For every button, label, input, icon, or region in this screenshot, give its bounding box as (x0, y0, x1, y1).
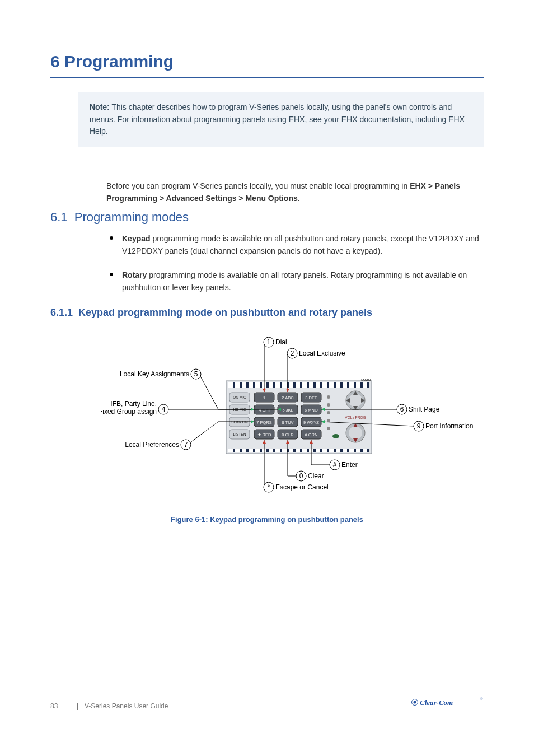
svg-text:®: ® (480, 697, 483, 701)
svg-point-80 (327, 411, 330, 414)
svg-point-83 (332, 434, 339, 438)
clearcom-logo-icon: Clear-Com ® (411, 694, 484, 710)
display-windows: MAIN (228, 378, 371, 388)
svg-rect-5 (249, 382, 253, 388)
bullet-icon (110, 236, 113, 240)
svg-rect-17 (329, 382, 334, 388)
svg-rect-33 (282, 449, 287, 452)
section-number: 6 (50, 52, 64, 71)
list-item-bold: Rotary (122, 270, 147, 279)
svg-text:ON MIC: ON MIC (233, 395, 246, 399)
svg-rect-18 (336, 382, 340, 388)
svg-point-79 (327, 403, 330, 407)
svg-rect-32 (275, 449, 280, 452)
svg-text:Enter: Enter (341, 461, 358, 469)
svg-text:Dial: Dial (275, 338, 287, 346)
svg-text:6: 6 (400, 405, 404, 413)
svg-rect-9 (275, 382, 280, 388)
svg-text:4: 4 (162, 405, 166, 413)
svg-rect-34 (289, 449, 293, 452)
svg-text:*: * (268, 483, 270, 491)
svg-text:Local Exclusive: Local Exclusive (299, 349, 345, 357)
intro-paragraph: Before you can program V-Series panels l… (106, 180, 484, 204)
svg-rect-31 (269, 449, 273, 452)
bullet-icon (110, 273, 113, 276)
svg-rect-43 (349, 449, 354, 452)
svg-text:Fixed Group assign: Fixed Group assign (101, 408, 157, 416)
svg-rect-21 (356, 382, 360, 388)
svg-text:Local Key Assignments: Local Key Assignments (120, 370, 189, 378)
knobs: VOL / PROG (345, 391, 366, 442)
svg-rect-26 (235, 449, 240, 452)
list-item-bold: Keypad (122, 234, 151, 243)
svg-rect-14 (309, 382, 313, 388)
svg-rect-6 (255, 382, 260, 388)
svg-text:VOL / PROG: VOL / PROG (345, 416, 366, 419)
doc-title: V-Series Panels User Guide (85, 702, 168, 710)
svg-text:★ RED: ★ RED (257, 432, 272, 437)
svg-rect-22 (363, 382, 367, 388)
svg-text:0 CLR: 0 CLR (282, 432, 294, 437)
subsubsection-number: 6.1.1 (50, 307, 73, 318)
svg-text:9 WXYZ: 9 WXYZ (303, 420, 319, 425)
svg-rect-29 (255, 449, 260, 452)
brand-logo: Clear-Com ® (411, 694, 484, 712)
svg-rect-4 (242, 382, 246, 388)
svg-rect-39 (322, 449, 327, 452)
svg-text:7 PQRS: 7 PQRS (256, 420, 272, 425)
section-title: Programming (64, 52, 174, 71)
svg-text:Local Preferences: Local Preferences (125, 441, 179, 449)
svg-rect-27 (242, 449, 246, 452)
svg-text:6 MNO: 6 MNO (305, 408, 318, 413)
svg-rect-8 (269, 382, 273, 388)
page-title: 6 Programming (50, 52, 484, 78)
svg-rect-12 (296, 382, 300, 388)
svg-rect-35 (296, 449, 300, 452)
svg-rect-38 (316, 449, 320, 452)
svg-rect-28 (249, 449, 253, 452)
list-item-text: programming mode is available on all rot… (122, 270, 467, 292)
svg-text:IFB, Party Line,: IFB, Party Line, (110, 400, 157, 408)
svg-text:1: 1 (267, 338, 271, 346)
svg-rect-45 (363, 449, 367, 452)
svg-text:9: 9 (417, 422, 421, 430)
svg-point-85 (349, 394, 362, 407)
svg-rect-25 (228, 449, 233, 452)
page-number: 83 (50, 702, 71, 711)
subsection-title: Programming modes (74, 210, 189, 224)
keypad-figure: MAIN ON MIC HS-MIC SPKR ON LISTEN 1 2 AB (101, 330, 481, 504)
svg-text:0: 0 (299, 472, 303, 480)
note-body: This chapter describes how to program V-… (90, 102, 465, 136)
svg-text:Clear-Com: Clear-Com (420, 698, 453, 707)
programming-modes-list: Keypad programming mode is available on … (106, 233, 484, 306)
svg-point-82 (327, 427, 330, 430)
svg-text:2 ABC: 2 ABC (282, 395, 294, 400)
note-box: Note: This chapter describes how to prog… (78, 92, 484, 147)
svg-rect-16 (322, 382, 327, 388)
svg-text:#: # (333, 461, 337, 469)
footer-separator (77, 703, 78, 710)
svg-rect-19 (343, 382, 347, 388)
svg-text:2: 2 (291, 349, 294, 357)
svg-text:Escape or Cancel: Escape or Cancel (275, 483, 329, 491)
svg-text:# GRN: # GRN (305, 432, 318, 437)
svg-rect-11 (289, 382, 293, 388)
svg-rect-40 (329, 449, 334, 452)
svg-text:5: 5 (194, 370, 198, 378)
svg-rect-10 (282, 382, 287, 388)
subsubsection-heading: 6.1.1 Keypad programming mode on pushbut… (50, 307, 372, 319)
svg-text:5 JKL: 5 JKL (282, 408, 293, 413)
subsubsection-title: Keypad programming mode on pushbutton an… (78, 307, 372, 318)
list-item: Keypad programming mode is available on … (106, 233, 484, 257)
list-item-text: programming mode is available on all pus… (122, 234, 479, 255)
svg-text:Port Information: Port Information (425, 422, 473, 430)
svg-text:4 GHI: 4 GHI (259, 408, 270, 413)
svg-rect-36 (302, 449, 307, 452)
svg-rect-2 (228, 382, 233, 388)
intro-text-post: . (298, 194, 300, 203)
subsection-number: 6.1 (50, 210, 68, 224)
svg-rect-44 (356, 449, 360, 452)
svg-rect-41 (336, 449, 340, 452)
svg-point-143 (414, 701, 416, 704)
subsection-heading: 6.1 Programming modes (50, 210, 189, 225)
